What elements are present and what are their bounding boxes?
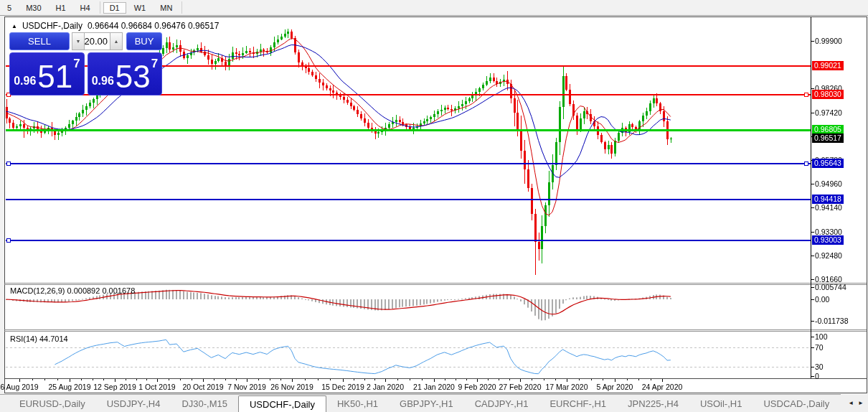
macd-indicator-label: MACD(12,26,9) 0.000892 0.001678 (10, 286, 135, 295)
date-tick-label: 7 Nov 2019 (227, 383, 266, 391)
sell-price-display[interactable]: 0.96 51 7 (9, 52, 85, 95)
date-tick-label: 20 Oct 2019 (182, 383, 223, 391)
macd-scale-label: 0.005744 (815, 283, 846, 291)
timeframe-button-M30[interactable]: M30 (19, 2, 47, 14)
chart-tab-eurusd-daily[interactable]: EURUSD-,Daily (9, 395, 96, 412)
timeframe-button-H1[interactable]: H1 (49, 2, 72, 14)
timeframe-button-MN[interactable]: MN (154, 2, 179, 14)
chart-tab-cadjpy-h1[interactable]: CADJPY-,H1 (464, 395, 539, 412)
date-tick-label: 25 Aug 2019 (49, 383, 91, 391)
price-tick-label: 0.97420 (815, 108, 842, 117)
chart-tab-usdchf-daily[interactable]: USDCHF-,Daily (238, 395, 326, 412)
chart-tab-usoil-h1[interactable]: USOil-,H1 (689, 395, 753, 412)
collapse-triangle-icon[interactable]: ▲ (11, 23, 17, 29)
chart-tab-dj30-m15[interactable]: DJ30-,M15 (171, 395, 238, 412)
buy-price-pip-digit: 7 (151, 57, 158, 71)
level-price-label[interactable]: 0.94418 (812, 195, 844, 204)
chart-header: ▲ USDCHF-,Daily 0.96644 0.96684 0.96476 … (11, 21, 219, 31)
date-tick-label: 6 Aug 2019 (0, 383, 38, 391)
chart-ohlc-values: 0.96644 0.96684 0.96476 0.96517 (88, 21, 220, 31)
chart-tab-bar: EURUSD-,DailyUSDJPY-,H4DJ30-,M15USDCHF-,… (0, 394, 868, 412)
level-price-label[interactable]: 0.95643 (812, 159, 844, 168)
sell-price-pip-digit: 7 (73, 57, 80, 71)
rsi-indicator-label: RSI(14) 44.7014 (10, 334, 68, 343)
chart-tab-jpn225-h4[interactable]: JPN225-,H4 (617, 395, 689, 412)
timeframe-button-H4[interactable]: H4 (74, 2, 97, 14)
price-tick-label: 0.99900 (815, 37, 842, 45)
macd-scale-label: -0.011738 (815, 317, 849, 325)
buy-price-prefix: 0.96 (92, 75, 114, 88)
price-tick-label: 0.94140 (815, 203, 842, 212)
mt4-workspace: { "toolbar": { "items": ["5", "M30", "H1… (0, 0, 868, 412)
volume-input[interactable]: 20.00 (85, 32, 110, 50)
chart-title: USDCHF-,Daily (22, 21, 82, 31)
date-tick-label: 24 Apr 2020 (642, 383, 683, 391)
date-tick-label: 27 Feb 2020 (499, 383, 542, 391)
price-tick-label: 0.92480 (815, 251, 842, 260)
volume-stepper: ▼ 20.00 ▲ (72, 32, 123, 50)
buy-button[interactable]: BUY (126, 32, 162, 50)
current-price-label: 0.96517 (812, 134, 844, 143)
sell-price-prefix: 0.96 (14, 75, 36, 88)
toolbar-separator (181, 1, 182, 14)
date-tick-label: 26 Nov 2019 (270, 383, 313, 391)
sell-button[interactable]: SELL (9, 32, 70, 50)
date-tick-label: 21 Jan 2020 (413, 383, 455, 391)
price-tick-label: 0.94960 (815, 179, 842, 188)
chart-tab-eurchf-h1[interactable]: EURCHF-,H1 (539, 395, 617, 412)
rsi-scale-label: 100 (815, 332, 828, 341)
volume-increase-button[interactable]: ▲ (110, 32, 123, 50)
tabs-scroll-left-icon[interactable]: ◄ (848, 400, 854, 406)
level-price-label[interactable]: 0.99021 (812, 61, 844, 70)
level-price-label[interactable]: 0.98030 (812, 90, 844, 99)
volume-decrease-button[interactable]: ▼ (72, 32, 85, 50)
date-tick-label: 5 Apr 2020 (597, 383, 633, 391)
toolbar-separator (100, 1, 100, 14)
one-click-trading-panel: SELL ▼ 20.00 ▲ BUY 0.96 51 7 0.96 53 7 (9, 32, 162, 95)
tab-scroll-arrows: ◄ ► (841, 394, 868, 412)
chart-tab-gbpjpy-h1[interactable]: GBPJPY-,H1 (389, 395, 464, 412)
date-tick-label: 2 Jan 2020 (367, 383, 404, 391)
timeframe-button-D1[interactable]: D1 (103, 2, 126, 14)
sell-price-big-digits: 51 (37, 64, 72, 90)
buy-price-big-digits: 53 (115, 64, 151, 90)
tabs-scroll-right-icon[interactable]: ► (858, 400, 864, 406)
timeframe-toolbar: 5M30H1H4D1W1MN (0, 0, 868, 15)
date-tick-label: 17 Mar 2020 (546, 383, 588, 391)
level-price-label[interactable]: 0.93003 (812, 235, 844, 245)
rsi-scale-label: 70 (815, 343, 824, 352)
timeframe-button-5[interactable]: 5 (1, 2, 18, 14)
date-tick-label: 12 Sep 2019 (93, 383, 136, 391)
macd-scale-label: 0.00 (815, 295, 829, 304)
date-tick-label: 1 Oct 2019 (138, 383, 175, 391)
buy-price-display[interactable]: 0.96 53 7 (88, 52, 162, 95)
timeframe-button-W1[interactable]: W1 (128, 2, 153, 14)
chart-tab-usdcad-daily[interactable]: USDCAD-,Daily (753, 395, 840, 412)
rsi-scale-label: 0 (815, 372, 819, 380)
rsi-scale-label: 30 (815, 362, 824, 371)
chart-tab-usdjpy-h4[interactable]: USDJPY-,H4 (96, 395, 171, 412)
date-tick-label: 9 Feb 2020 (458, 383, 496, 391)
date-tick-label: 15 Dec 2019 (321, 383, 364, 391)
chart-tab-hk50-h1[interactable]: HK50-,H1 (326, 395, 389, 412)
